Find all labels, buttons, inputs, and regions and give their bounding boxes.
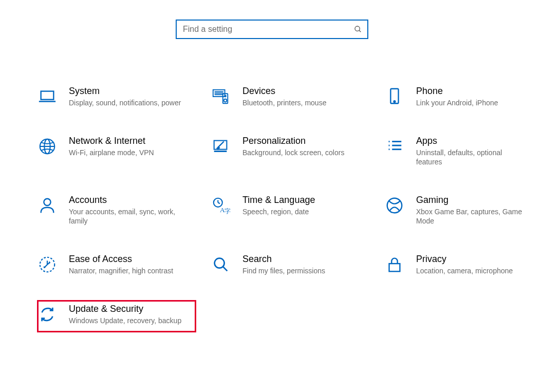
tile-desc: Find my files, permissions [242, 266, 325, 275]
tile-accounts[interactable]: Accounts Your accounts, email, sync, wor… [37, 191, 196, 229]
tile-title: Accounts [69, 194, 182, 206]
sync-arrows-icon [37, 304, 58, 325]
search-input[interactable] [182, 24, 354, 34]
tile-personalization[interactable]: Personalization Background, lock screen,… [211, 132, 370, 170]
person-icon [37, 195, 58, 216]
tile-desc: Uninstall, defaults, optional features [416, 148, 529, 166]
tile-title: Search [242, 253, 325, 265]
svg-line-27 [218, 202, 220, 203]
tile-title: Time & Language [242, 194, 315, 206]
apps-list-icon [384, 136, 405, 157]
settings-grid: System Display, sound, notifications, po… [0, 39, 544, 332]
tile-title: System [69, 85, 181, 97]
tile-apps[interactable]: Apps Uninstall, defaults, optional featu… [384, 132, 543, 170]
tile-desc: Your accounts, email, sync, work, family [69, 207, 182, 226]
svg-point-24 [44, 199, 50, 206]
globe-icon [37, 136, 58, 157]
magnifier-icon [211, 254, 231, 275]
svg-line-34 [223, 267, 228, 271]
lock-icon [384, 254, 405, 275]
paint-icon [211, 136, 231, 157]
tile-desc: Background, lock screen, colors [242, 148, 344, 157]
svg-point-9 [224, 99, 227, 102]
tile-desc: Narrator, magnifier, high contrast [69, 266, 173, 275]
search-icon [354, 25, 362, 33]
tile-title: Devices [242, 85, 326, 97]
tile-desc: Windows Update, recovery, backup [69, 316, 181, 325]
svg-line-1 [359, 30, 361, 32]
tile-desc: Bluetooth, printers, mouse [242, 98, 326, 107]
laptop-icon [37, 86, 58, 107]
tile-title: Network & Internet [69, 135, 154, 146]
tile-desc: Link your Android, iPhone [416, 98, 498, 107]
ease-of-access-icon [37, 254, 58, 275]
svg-point-0 [355, 26, 360, 31]
svg-text:字: 字 [224, 208, 231, 215]
tile-search[interactable]: Search Find my files, permissions [211, 250, 370, 278]
search-box[interactable] [176, 20, 368, 39]
tile-privacy[interactable]: Privacy Location, camera, microphone [384, 250, 543, 278]
tile-desc: Location, camera, microphone [416, 266, 513, 275]
tile-title: Ease of Access [69, 253, 173, 265]
tile-gaming[interactable]: Gaming Xbox Game Bar, captures, Game Mod… [384, 191, 543, 229]
svg-point-12 [394, 101, 396, 102]
tile-desc: Speech, region, date [242, 207, 315, 216]
tile-system[interactable]: System Display, sound, notifications, po… [37, 82, 196, 110]
xbox-icon [384, 195, 405, 216]
tile-title: Personalization [242, 135, 344, 146]
svg-rect-35 [389, 264, 400, 271]
tile-desc: Wi-Fi, airplane mode, VPN [69, 148, 154, 157]
tile-title: Gaming [416, 194, 529, 206]
tile-network[interactable]: Network & Internet Wi-Fi, airplane mode,… [37, 132, 196, 170]
svg-rect-2 [41, 91, 54, 100]
clock-language-icon: A 字 [211, 195, 231, 216]
keyboard-speaker-icon [211, 86, 231, 107]
tile-ease-of-access[interactable]: Ease of Access Narrator, magnifier, high… [37, 250, 196, 278]
search-container [0, 0, 544, 39]
tile-title: Update & Security [69, 303, 181, 314]
tile-title: Privacy [416, 253, 513, 265]
tile-devices[interactable]: Devices Bluetooth, printers, mouse [211, 82, 370, 110]
phone-icon [384, 86, 405, 107]
tile-title: Apps [416, 135, 529, 146]
tile-phone[interactable]: Phone Link your Android, iPhone [384, 82, 543, 110]
tile-desc: Display, sound, notifications, power [69, 98, 181, 107]
tile-time-language[interactable]: A 字 Time & Language Speech, region, date [211, 191, 370, 229]
tile-update-security[interactable]: Update & Security Windows Update, recove… [37, 300, 196, 332]
tile-desc: Xbox Game Bar, captures, Game Mode [416, 207, 529, 226]
tile-title: Phone [416, 85, 498, 97]
